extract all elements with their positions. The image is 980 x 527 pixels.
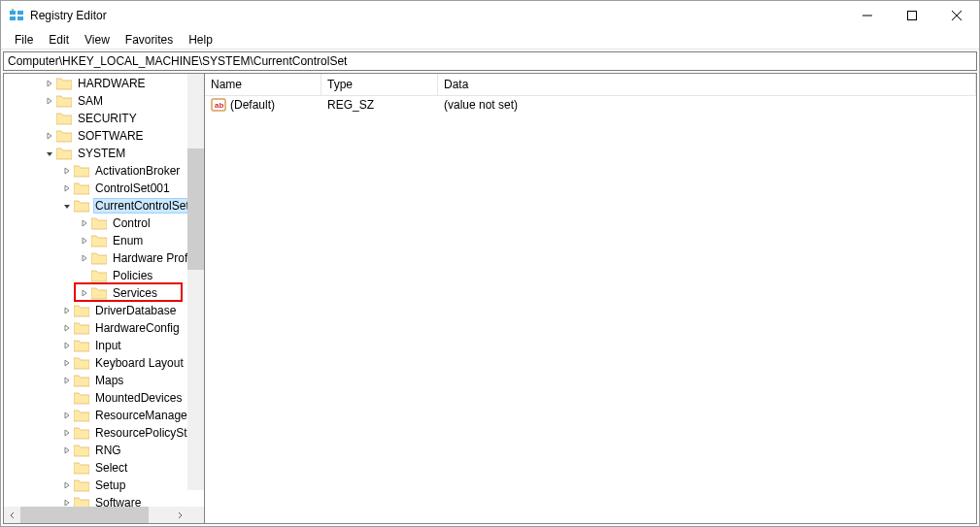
tree-label: SECURITY [76,111,139,126]
chevron-right-icon[interactable] [60,496,74,507]
chevron-right-icon[interactable] [60,304,74,317]
folder-icon [56,95,72,108]
menu-edit[interactable]: Edit [41,31,77,49]
menu-favorites[interactable]: Favorites [118,31,181,49]
tree-item-hardware[interactable]: HARDWARE [4,75,204,92]
tree-item-software2[interactable]: Software [4,494,204,507]
folder-icon [91,270,107,282]
folder-icon [74,410,89,422]
tree-item-software[interactable]: SOFTWARE [4,127,204,145]
tree-item-driver-database[interactable]: DriverDatabase [4,302,204,319]
folder-icon [91,217,107,230]
tree-item-resource-policy-store[interactable]: ResourcePolicyStore [4,424,204,442]
tree-item-maps[interactable]: Maps [4,372,204,389]
chevron-right-icon[interactable] [60,164,74,178]
list-row[interactable]: ab (Default) REG_SZ (value not set) [205,96,976,114]
vertical-scrollbar[interactable] [187,74,204,490]
tree-item-policies[interactable]: Policies [4,267,204,284]
scrollbar-track[interactable] [20,507,171,523]
menu-help[interactable]: Help [181,31,220,49]
column-data[interactable]: Data [438,74,976,95]
chevron-right-icon[interactable] [60,426,74,440]
tree-item-input[interactable]: Input [4,337,204,354]
tree-item-hardware-config[interactable]: HardwareConfig [4,319,204,337]
tree-label: SOFTWARE [76,128,146,144]
scrollbar-thumb[interactable] [187,148,204,270]
chevron-right-icon[interactable] [60,478,74,492]
close-button[interactable] [934,1,979,30]
chevron-right-icon[interactable] [78,251,91,265]
chevron-right-icon[interactable] [78,286,91,300]
tree-item-select[interactable]: Select [4,459,204,477]
tree-item-mounted-devices[interactable]: MountedDevices [4,389,204,407]
chevron-right-icon[interactable] [43,94,56,108]
scroll-right-icon[interactable] [171,507,187,523]
tree-label: ResourceManager [93,408,193,423]
folder-icon [74,200,89,213]
tree-item-system[interactable]: SYSTEM [4,145,204,162]
chevron-right-icon[interactable] [43,77,56,90]
window-controls [845,1,979,30]
tree-item-keyboard-layout[interactable]: Keyboard Layout [4,354,204,372]
menu-view[interactable]: View [77,31,118,49]
tree-item-currentcontrolset[interactable]: CurrentControlSet [4,197,204,214]
tree-label: Select [93,460,129,476]
chevron-right-icon[interactable] [60,339,74,352]
tree-item-setup[interactable]: Setup [4,477,204,494]
scrollbar-thumb-h[interactable] [20,507,149,523]
svg-rect-3 [17,16,23,20]
column-name[interactable]: Name [205,74,321,95]
chevron-down-icon[interactable] [60,199,74,213]
string-value-icon: ab [211,97,226,113]
tree-item-rng[interactable]: RNG [4,442,204,459]
chevron-right-icon[interactable] [60,444,74,457]
scrollbar-corner [187,507,204,523]
titlebar[interactable]: Registry Editor [1,1,979,30]
svg-rect-6 [908,12,917,20]
address-bar[interactable]: Computer\HKEY_LOCAL_MACHINE\SYSTEM\Curre… [3,51,977,71]
registry-editor-window: Registry Editor File Edit View Favorites… [0,0,980,527]
folder-icon [56,113,72,125]
chevron-right-icon[interactable] [60,181,74,195]
tree-scroll[interactable]: HARDWARESAMSECURITYSOFTWARESYSTEMActivat… [4,74,204,507]
tree-label: Enum [111,233,145,248]
value-name: (Default) [230,98,275,112]
menu-file[interactable]: File [7,31,41,49]
svg-rect-1 [17,11,23,15]
tree-item-security[interactable]: SECURITY [4,110,204,127]
horizontal-scrollbar[interactable] [4,507,204,523]
chevron-right-icon[interactable] [78,216,91,230]
list-header: Name Type Data [205,74,976,96]
tree-label: Keyboard Layout [93,355,186,371]
chevron-right-icon[interactable] [60,374,74,387]
chevron-right-icon[interactable] [78,234,91,247]
tree-label: Maps [93,373,125,388]
chevron-down-icon[interactable] [43,147,56,160]
tree-item-services[interactable]: Services [4,284,204,302]
tree-label: CurrentControlSet [93,198,191,214]
chevron-right-icon[interactable] [43,129,56,143]
scroll-left-icon[interactable] [4,507,20,523]
list-body[interactable]: ab (Default) REG_SZ (value not set) [205,96,976,114]
tree-item-control[interactable]: Control [4,214,204,232]
chevron-right-icon[interactable] [60,321,74,335]
tree-item-activation-broker[interactable]: ActivationBroker [4,162,204,180]
chevron-right-icon[interactable] [60,356,74,370]
tree-label: SAM [76,93,105,109]
folder-icon [56,148,72,160]
tree-item-enum[interactable]: Enum [4,232,204,249]
tree-item-resource-manager[interactable]: ResourceManager [4,407,204,424]
tree-item-controlset001[interactable]: ControlSet001 [4,180,204,197]
maximize-button[interactable] [890,1,934,30]
tree-item-sam[interactable]: SAM [4,92,204,110]
tree-label: HARDWARE [76,76,148,91]
minimize-button[interactable] [845,1,890,30]
svg-rect-0 [10,11,16,15]
column-type[interactable]: Type [321,74,438,95]
tree-item-hardware-profiles[interactable]: Hardware Profiles [4,249,204,267]
folder-icon [74,375,89,387]
chevron-right-icon[interactable] [60,409,74,422]
menubar: File Edit View Favorites Help [1,30,979,49]
window-title: Registry Editor [30,9,845,22]
folder-icon [74,165,89,178]
